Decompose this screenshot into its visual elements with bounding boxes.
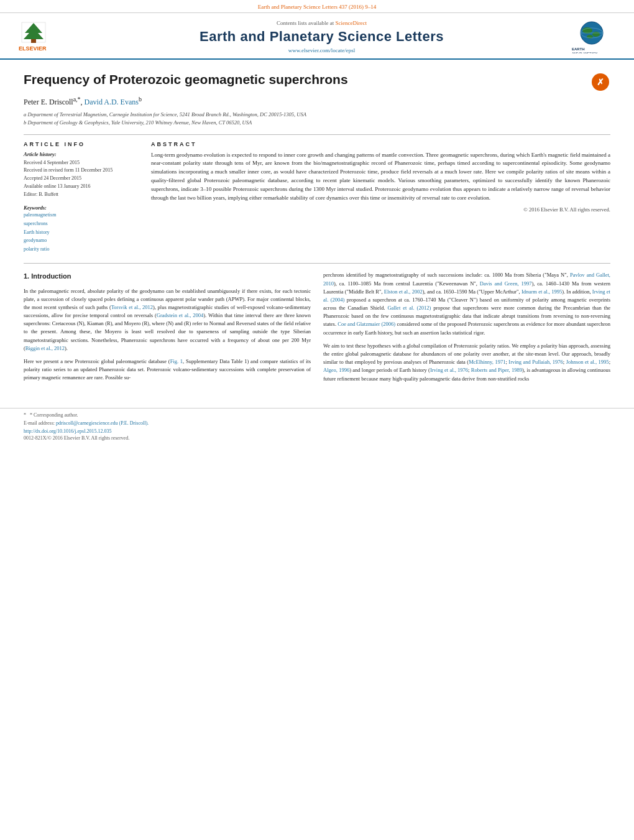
available-date: Available online 13 January 2016 (24, 183, 139, 191)
author-name-driscoll: Peter E. Driscoll (24, 98, 73, 106)
body-para-right-1: perchrons identified by magnetostratigra… (323, 271, 610, 336)
keyword-3: Earth history (24, 228, 139, 237)
journal-url: www.elsevier.com/locate/epsl (81, 47, 563, 53)
doi-line[interactable]: http://dx.doi.org/10.1016/j.epsl.2015.12… (24, 428, 610, 434)
footnote-email: E-mail address: pdriscoll@carnegiescienc… (24, 420, 610, 426)
copyright-line: © 2016 Elsevier B.V. All rights reserved… (151, 206, 610, 213)
crossmark-badge[interactable]: ✗ (590, 72, 610, 92)
svg-text:AND PLANETARY: AND PLANETARY (572, 52, 598, 53)
body-para-1: In the paleomagnetic record, absolute po… (24, 287, 311, 353)
journal-name: Earth and Planetary Science Letters (81, 29, 563, 45)
email-link[interactable]: pdriscoll@carnegiescience.edu (P.E. Dris… (56, 420, 149, 426)
svg-text:EARTH: EARTH (572, 47, 585, 51)
abstract-text: Long-term geodynamo evolution is expecte… (151, 151, 610, 203)
abstract-header: ABSTRACT (151, 141, 610, 147)
section-divider (24, 134, 610, 135)
page-wrapper: Earth and Planetary Science Letters 437 … (0, 0, 634, 840)
footnote-corresponding: * * Corresponding author. (24, 412, 610, 418)
two-column-section: ARTICLE INFO Article history: Received 4… (24, 141, 610, 254)
editor: Editor: B. Buffett (24, 191, 139, 199)
authors: Peter E. Driscolla,*, David A.D. Evansb (24, 96, 610, 107)
email-label: E-mail address: (24, 420, 55, 426)
body-para-2: Here we present a new Proterozoic global… (24, 358, 311, 382)
body-right-col: perchrons identified by magnetostratigra… (323, 271, 610, 387)
affiliations: a Department of Terrestrial Magnetism, C… (24, 111, 610, 127)
ref-coe[interactable]: Coe and Glatzmaier (2006) (338, 321, 395, 327)
author-sup-b: b (139, 96, 142, 103)
keyword-2: superchrons (24, 219, 139, 228)
body-content: 1. Introduction In the paleomagnetic rec… (24, 263, 610, 387)
svg-point-9 (592, 32, 600, 37)
journal-citation: Earth and Planetary Science Letters 437 … (258, 4, 377, 10)
ref-fig1[interactable]: Fig. 1 (170, 358, 183, 364)
doi-link[interactable]: http://dx.doi.org/10.1016/j.epsl.2015.12… (24, 428, 111, 434)
journal-url-link[interactable]: www.elsevier.com/locate/epsl (288, 47, 355, 53)
journal-header: ELSEVIER Contents lists available at Sci… (0, 13, 634, 60)
body-para-right-2: We aim to test these hypotheses with a g… (323, 342, 610, 383)
ref-irving1976[interactable]: Irving and Pullaiah, 1976 (508, 359, 563, 365)
ref-irving-earth[interactable]: Irving et al., 1976 (430, 367, 468, 373)
page-footer: * * Corresponding author. E-mail address… (0, 408, 634, 445)
ref-gallet[interactable]: Gallet et al. (2012) (387, 305, 431, 311)
ref-davis[interactable]: Davis and Green, 1997 (480, 280, 532, 287)
author-name-evans: David A.D. Evans (85, 98, 139, 106)
sciencedirect-link[interactable]: ScienceDirect (336, 20, 367, 26)
article-info-header: ARTICLE INFO (24, 141, 139, 147)
svg-text:ELSEVIER: ELSEVIER (19, 45, 47, 52)
accepted-date: Accepted 24 December 2015 (24, 175, 139, 183)
earth-logo: EARTH AND PLANETARY (569, 19, 615, 53)
article-title-section: Frequency of Proterozoic geomagnetic sup… (24, 71, 610, 92)
footnote-star-symbol: * (24, 412, 26, 418)
affiliation-a: a Department of Terrestrial Magnetism, C… (24, 111, 610, 119)
received-date: Received 4 September 2015 (24, 159, 139, 167)
article-title: Frequency of Proterozoic geomagnetic sup… (24, 71, 584, 88)
journal-title-area: Contents lists available at ScienceDirec… (81, 20, 563, 53)
body-left-col: 1. Introduction In the paleomagnetic rec… (24, 271, 311, 387)
ref-elston[interactable]: Elston et al., 2002 (384, 288, 423, 295)
keyword-4: geodynamo (24, 236, 139, 245)
main-content: Frequency of Proterozoic geomagnetic sup… (0, 60, 634, 400)
footnote-star-text: * Corresponding author. (30, 412, 78, 418)
revised-date: Received in revised form 11 December 201… (24, 167, 139, 175)
ref-gradstein[interactable]: Gradstein et al., 2004 (157, 312, 203, 318)
keywords-label: Keywords: (24, 205, 47, 211)
ref-mcelhinny[interactable]: McElhinny, 1971 (469, 359, 505, 365)
ref-algeo[interactable]: Algeo, 1996 (323, 367, 349, 373)
ref-torsvik[interactable]: Torsvik et al., 2012 (111, 304, 153, 310)
elsevier-logo: ELSEVIER (19, 19, 75, 53)
author-sup-a: a, (73, 96, 78, 103)
contents-available: Contents lists available at ScienceDirec… (81, 20, 563, 26)
ref-johnson[interactable]: Johnson et al., 1995 (566, 359, 609, 365)
issn-line: 0012-821X/© 2016 Elsevier B.V. All right… (24, 435, 610, 441)
article-info-col: ARTICLE INFO Article history: Received 4… (24, 141, 139, 254)
journal-top-bar: Earth and Planetary Science Letters 437 … (0, 0, 634, 13)
keyword-5: polarity ratio (24, 245, 139, 254)
abstract-col: ABSTRACT Long-term geodynamo evolution i… (151, 141, 610, 254)
ref-irving2004[interactable]: Irving et al. (2004) (323, 288, 610, 303)
ref-biggin[interactable]: Biggin et al., 2012 (25, 345, 65, 351)
ref-roberts[interactable]: Roberts and Piper, 1989 (471, 367, 522, 373)
article-history-label: Article history: (24, 151, 139, 157)
ref-idnurm[interactable]: Idnurm et al., 1995 (521, 288, 562, 295)
section1-title: 1. Introduction (24, 271, 311, 282)
keyword-1: paleomagnetism (24, 211, 139, 219)
svg-rect-4 (31, 39, 36, 43)
svg-text:✗: ✗ (597, 77, 604, 87)
affiliation-b: b Department of Geology & Geophysics, Ya… (24, 119, 610, 127)
keywords-section: Keywords: paleomagnetism superchrons Ear… (24, 205, 139, 253)
ref-pavlov[interactable]: Pavlov and Gallet, 2010 (323, 272, 610, 286)
